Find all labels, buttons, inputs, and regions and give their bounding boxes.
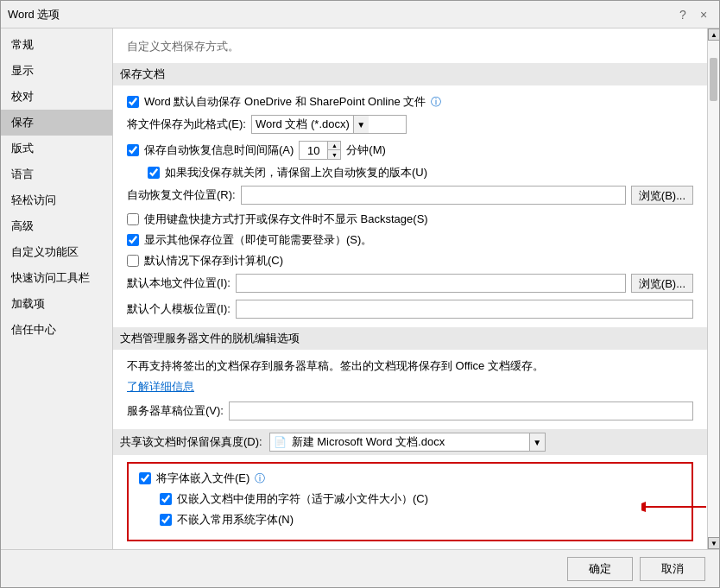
scroll-thumb[interactable]	[710, 58, 717, 101]
embed-only-used-label: 仅嵌入文档中使用的字符（适于减小文件大小）(C)	[177, 491, 428, 507]
red-arrow-svg	[641, 490, 711, 524]
cancel-button[interactable]: 取消	[640, 557, 705, 581]
backstage-checkbox-row: 使用键盘快捷方式打开或保存文件时不显示 Backstage(S)	[127, 212, 693, 227]
embed-fonts-label: 将字体嵌入文件(E)	[156, 471, 249, 486]
dialog-body: 常规 显示 校对 保存 版式 语言 轻松访问 高级 自定义功能区 快速访问工具栏…	[1, 28, 719, 549]
default-local-row: 默认本地文件位置(I): C:\Users\zhengqinfeng\Docum…	[127, 274, 693, 293]
drafts-input[interactable]: C:\Users\zhengqinfeng\Documents\SharePoi…	[229, 401, 693, 420]
autosave-note-row: 如果我没保存就关闭，请保留上次自动恢复的版本(U)	[148, 165, 693, 180]
no-common-fonts-label: 不嵌入常用系统字体(N)	[177, 512, 294, 528]
shared-doc-dropdown[interactable]: 📄 新建 Microsoft Word 文档.docx ▼	[269, 433, 546, 452]
word-options-dialog: Word 选项 ? × 常规 显示 校对 保存 版式 语言 轻松访问 高级 自定…	[0, 0, 720, 588]
autorecover-row: 自动恢复文件位置(R): C:\Users\zhengqinfeng\AppDa…	[127, 186, 693, 205]
default-local-input[interactable]: C:\Users\zhengqinfeng\Documents\	[236, 274, 626, 293]
sidebar-item-proofing[interactable]: 校对	[1, 84, 112, 110]
sidebar-item-customize-ribbon[interactable]: 自定义功能区	[1, 239, 112, 265]
sidebar-item-language[interactable]: 语言	[1, 161, 112, 187]
other-locations-checkbox-row: 显示其他保存位置（即使可能需要登录）(S)。	[127, 232, 693, 248]
autosave-spinner-buttons: ▲ ▼	[327, 142, 340, 159]
format-dropdown-arrow[interactable]: ▼	[353, 116, 369, 133]
browse-local-button[interactable]: 浏览(B)...	[631, 274, 693, 293]
shared-options-box: 将字体嵌入文件(E) ⓘ 仅嵌入文档中使用的字符（适于减小文件大小）(C) 不嵌…	[127, 462, 693, 541]
autorecover-input[interactable]: C:\Users\zhengqinfeng\AppData\Roaming\Mi…	[241, 186, 626, 205]
sidebar-item-general[interactable]: 常规	[1, 32, 112, 58]
sidebar-item-addins[interactable]: 加载项	[1, 291, 112, 317]
format-label: 将文件保存为此格式(E):	[127, 117, 246, 132]
learn-more-row: 了解详细信息	[127, 379, 693, 395]
drafts-label: 服务器草稿位置(V):	[127, 403, 224, 419]
browse-autorecover-button[interactable]: 浏览(B)...	[631, 186, 693, 205]
scroll-down-arrow[interactable]: ▼	[708, 537, 719, 549]
onedrive-checkbox[interactable]	[127, 96, 139, 108]
format-row: 将文件保存为此格式(E): Word 文档 (*.docx) ▼	[127, 115, 693, 134]
ok-button[interactable]: 确定	[567, 557, 633, 581]
offline-note: 不再支持将签出的文档保存到服务器草稿。签出的文档现将保存到 Office 文档缓…	[127, 358, 693, 374]
default-template-input[interactable]	[236, 300, 693, 319]
no-common-fonts-row: 不嵌入常用系统字体(N)	[160, 512, 681, 528]
sidebar-item-layout[interactable]: 版式	[1, 136, 112, 161]
autosave-value-input[interactable]	[300, 142, 327, 159]
close-button[interactable]: ×	[695, 6, 712, 23]
default-template-label: 默认个人模板位置(I):	[127, 301, 231, 317]
content-inner: 自定义文档保存方式。 保存文档 Word 默认自动保存 OneDrive 和 S…	[113, 28, 707, 549]
sidebar-item-advanced[interactable]: 高级	[1, 213, 112, 239]
format-value: Word 文档 (*.docx)	[252, 117, 353, 132]
offline-section-header: 文档管理服务器文件的脱机编辑选项	[113, 327, 707, 350]
top-note: 自定义文档保存方式。	[127, 35, 693, 54]
backstage-checkbox[interactable]	[127, 213, 139, 225]
autosave-unit: 分钟(M)	[346, 142, 386, 158]
embed-fonts-row: 将字体嵌入文件(E) ⓘ	[139, 471, 681, 486]
footer: 确定 取消	[1, 549, 719, 587]
autosave-note-label: 如果我没保存就关闭，请保留上次自动恢复的版本(U)	[165, 165, 427, 180]
content-area: ▲ ▼ 自定义文档保存方式。 保存文档 Word 默认自动保存 OneDrive…	[113, 28, 719, 549]
drafts-row: 服务器草稿位置(V): C:\Users\zhengqinfeng\Docume…	[127, 401, 693, 420]
save-docs-section-header: 保存文档	[113, 63, 707, 85]
default-computer-label: 默认情况下保存到计算机(C)	[144, 253, 283, 269]
default-computer-checkbox-row: 默认情况下保存到计算机(C)	[127, 253, 693, 269]
help-button[interactable]: ?	[674, 6, 692, 23]
dialog-title: Word 选项	[8, 7, 60, 22]
doc-icon: 📄	[270, 436, 290, 448]
title-bar: Word 选项 ? ×	[1, 1, 719, 28]
default-template-row: 默认个人模板位置(I):	[127, 300, 693, 319]
sidebar-item-quick-access[interactable]: 快速访问工具栏	[1, 265, 112, 291]
autosave-spinner-up[interactable]: ▲	[328, 142, 340, 150]
default-local-label: 默认本地文件位置(I):	[127, 275, 231, 291]
autorecover-label: 自动恢复文件位置(R):	[127, 187, 236, 203]
backstage-label: 使用键盘快捷方式打开或保存文件时不显示 Backstage(S)	[144, 212, 428, 227]
sidebar-item-display[interactable]: 显示	[1, 58, 112, 84]
sidebar-item-accessibility[interactable]: 轻松访问	[1, 187, 112, 213]
learn-more-link[interactable]: 了解详细信息	[127, 380, 194, 393]
embed-only-used-checkbox[interactable]	[160, 493, 172, 505]
other-locations-checkbox[interactable]	[127, 234, 139, 246]
sidebar-item-trust-center[interactable]: 信任中心	[1, 317, 112, 343]
shared-section-header-bar: 共享该文档时保留保真度(D): 📄 新建 Microsoft Word 文档.d…	[113, 429, 707, 455]
shared-doc-dropdown-arrow[interactable]: ▼	[529, 433, 545, 451]
default-computer-checkbox[interactable]	[127, 255, 139, 267]
annotation-container: 勾选上	[641, 490, 719, 524]
no-common-fonts-checkbox[interactable]	[160, 514, 172, 526]
shared-doc-value: 新建 Microsoft Word 文档.docx	[290, 434, 529, 450]
scroll-track-inner	[708, 41, 719, 537]
embed-only-used-row: 仅嵌入文档中使用的字符（适于减小文件大小）(C)	[160, 491, 681, 507]
shared-section-container: 共享该文档时保留保真度(D): 📄 新建 Microsoft Word 文档.d…	[127, 429, 693, 541]
autosave-checkbox-row: 保存自动恢复信息时间间隔(A) ▲ ▼ 分钟(M)	[127, 141, 693, 160]
onedrive-info-icon[interactable]: ⓘ	[431, 95, 441, 110]
scroll-up-arrow[interactable]: ▲	[708, 28, 719, 41]
sidebar-item-save[interactable]: 保存	[1, 110, 112, 136]
embed-fonts-info-icon[interactable]: ⓘ	[255, 471, 265, 486]
onedrive-label: Word 默认自动保存 OneDrive 和 SharePoint Online…	[144, 94, 426, 110]
sidebar: 常规 显示 校对 保存 版式 语言 轻松访问 高级 自定义功能区 快速访问工具栏…	[1, 28, 113, 549]
autosave-spinner-down[interactable]: ▼	[328, 150, 340, 159]
scrollbar-track[interactable]: ▲ ▼	[707, 28, 719, 549]
shared-section-label: 共享该文档时保留保真度(D):	[120, 434, 262, 450]
other-locations-label: 显示其他保存位置（即使可能需要登录）(S)。	[144, 232, 372, 248]
embed-fonts-checkbox[interactable]	[139, 472, 151, 484]
format-dropdown[interactable]: Word 文档 (*.docx) ▼	[251, 115, 407, 134]
title-bar-buttons: ? ×	[674, 6, 712, 23]
onedrive-checkbox-row: Word 默认自动保存 OneDrive 和 SharePoint Online…	[127, 94, 693, 110]
autosave-spinner: ▲ ▼	[299, 141, 341, 160]
autosave-label: 保存自动恢复信息时间间隔(A)	[144, 142, 294, 158]
autosave-note-checkbox[interactable]	[148, 167, 160, 179]
autosave-checkbox[interactable]	[127, 144, 139, 156]
